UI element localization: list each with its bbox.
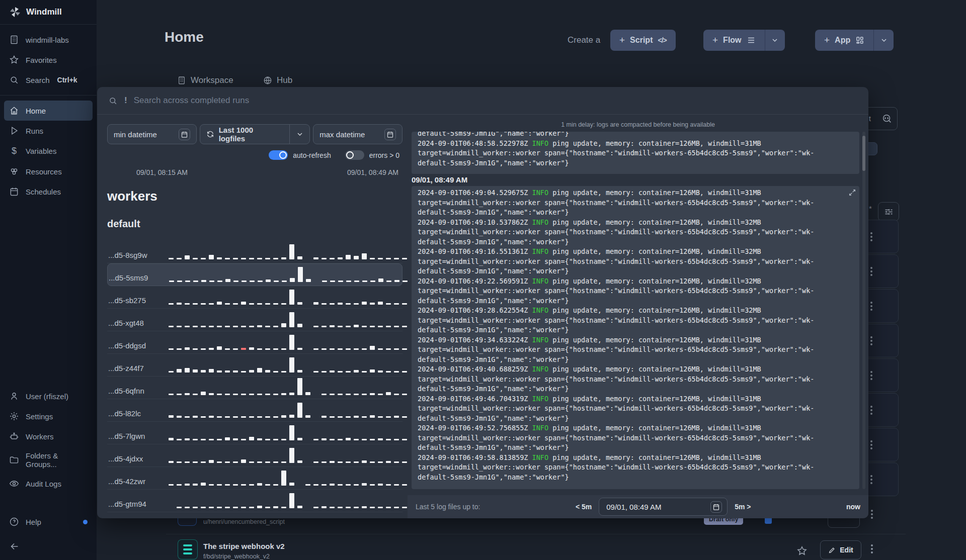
sidebar-item-settings[interactable]: Settings (4, 406, 93, 426)
footer-label: Last 5 log files up to: (416, 503, 480, 511)
row-menu-button[interactable] (870, 267, 872, 276)
app-button-label: App (835, 36, 850, 45)
log-line: default-5sms9-Jmn1G","name":"worker"} (418, 414, 853, 424)
worker-row[interactable]: ...d5-42zwr (107, 467, 403, 490)
footer-datetime-value: 09/01, 08:49 AM (606, 503, 710, 511)
item-path: f/bd/stripe_webhook_v2 (203, 553, 270, 560)
row-menu-button[interactable] (870, 232, 872, 241)
min-datetime-button[interactable]: min datetime (107, 124, 197, 144)
worker-row[interactable]: ...d5-8sg9w (107, 241, 403, 263)
collapse-sidebar-button[interactable] (0, 537, 97, 560)
globe-icon (263, 76, 272, 85)
row-menu-button[interactable] (870, 302, 872, 311)
worker-row[interactable]: ...d5-xgt48 (107, 309, 403, 331)
log-line: default-5sms9-Jmn1G","name":"worker"} (418, 237, 853, 247)
worker-name: ...d5-sb275 (108, 296, 165, 305)
sidebar-item-folders[interactable]: Folders & Groups... (4, 446, 93, 474)
log-line: 2024-09-01T06:49:34.633224Z INFO ping up… (418, 335, 853, 345)
star-icon (9, 55, 19, 65)
logfiles-select[interactable]: Last 1000 logfiles (200, 124, 310, 144)
auto-refresh-label: auto-refresh (293, 151, 331, 159)
max-datetime-button[interactable]: max datetime (313, 124, 403, 144)
sidebar-item-workspace[interactable]: windmill-labs (4, 30, 93, 50)
now-button[interactable]: now (846, 503, 860, 511)
log-line: 2024-09-01T06:49:22.569591Z INFO ping up… (418, 276, 853, 287)
worker-row[interactable]: ...d5-l82lc (107, 399, 403, 422)
worker-row[interactable]: ...d5-5sms9 (107, 263, 403, 286)
sidebar-item-help[interactable]: Help (4, 512, 93, 532)
logfiles-dropdown[interactable] (289, 125, 309, 144)
code-search-button[interactable]: t (864, 107, 898, 130)
edit-button[interactable]: Edit (820, 540, 861, 559)
sidebar-item-label: Audit Logs (26, 480, 61, 488)
brand[interactable]: Windmill (0, 0, 97, 25)
back-5m-button[interactable]: < 5m (576, 503, 592, 511)
log-line: target=windmill_worker::worker span={"ho… (418, 375, 853, 385)
layout-grid-icon (855, 36, 864, 45)
logs-search-modal: ! min datetime Last 1000 logfiles (97, 87, 868, 518)
sidebar-item-search[interactable]: Search Ctrl+k (4, 70, 93, 90)
sidebar-item-audit-logs[interactable]: Audit Logs (4, 474, 93, 494)
log-line: target=windmill_worker::worker span={"ho… (418, 198, 853, 208)
flow-dropdown-button[interactable] (765, 30, 785, 51)
plus-icon: + (824, 35, 830, 46)
search-input[interactable] (134, 96, 857, 106)
time-range-labels: 09/01, 08:15 AM 09/01, 08:49 AM (107, 168, 403, 176)
row-menu-button[interactable] (871, 510, 873, 519)
worker-name: ...d5-42zwr (108, 477, 165, 486)
worker-row[interactable]: ...d5-z44f7 (107, 354, 403, 377)
worker-row[interactable]: ...d5-6qfnn (107, 377, 403, 399)
favorite-star-button[interactable] (796, 545, 808, 556)
log-line: target=windmill_worker::worker span={"ho… (418, 227, 853, 237)
sidebar-item-label: Folders & Groups... (26, 451, 88, 469)
forward-5m-button[interactable]: 5m > (735, 503, 751, 511)
log-line: target=windmill_worker::worker span={"ho… (418, 404, 853, 414)
sidebar-item-resources[interactable]: Resources (4, 161, 93, 181)
create-flow-button[interactable]: + Flow (703, 30, 785, 51)
auto-refresh-toggle[interactable] (269, 150, 288, 160)
app-dropdown-button[interactable] (873, 30, 894, 51)
row-menu-button[interactable] (871, 544, 873, 553)
tab-workspace[interactable]: Workspace (177, 75, 233, 85)
create-app-button[interactable]: + App (815, 30, 894, 51)
filter-settings-button[interactable] (878, 202, 899, 221)
building-icon (177, 76, 186, 85)
flow-item-icon (178, 539, 198, 559)
worker-row[interactable]: ...d5-4jdxx (107, 444, 403, 467)
expand-icon[interactable] (848, 189, 856, 197)
sidebar-item-user[interactable]: User (rfiszel) (4, 386, 93, 406)
sidebar-item-label: Help (26, 518, 41, 526)
sidebar-top-group: windmill-labs Favorites Search Ctrl+k (0, 25, 97, 96)
row-menu-button[interactable] (870, 371, 872, 380)
create-script-button[interactable]: + Script </> (610, 30, 676, 51)
row-menu-button[interactable] (870, 336, 872, 345)
row-menu-button[interactable] (870, 440, 872, 449)
sidebar-item-workers[interactable]: Workers (4, 426, 93, 446)
worker-activity-sparkline (169, 353, 407, 372)
gear-icon (9, 411, 19, 421)
search-bar[interactable]: ! (97, 87, 868, 115)
log-line: target=windmill_worker::worker span={"ho… (418, 433, 853, 443)
arrow-left-icon (9, 541, 88, 552)
item-path: u/henri/unencumbered_script (203, 518, 285, 525)
row-menu-button[interactable] (870, 475, 872, 484)
sidebar-item-runs[interactable]: Runs (4, 121, 93, 141)
sidebar-item-variables[interactable]: $ Variables (4, 141, 93, 161)
log-line: default-5sms9-Jmn1G","name":"worker"} (418, 473, 853, 483)
sidebar-item-home[interactable]: Home (4, 101, 93, 121)
worker-row[interactable]: ...d5-7lgwn (107, 422, 403, 444)
tab-hub[interactable]: Hub (263, 75, 292, 85)
worker-row[interactable]: ...d5-sb275 (107, 286, 403, 309)
windmill-logo-icon (9, 6, 21, 18)
log-line: default-5sms9-Jmn1G","name":"worker"} (418, 132, 853, 139)
sidebar-item-schedules[interactable]: Schedules (4, 181, 93, 202)
worker-row[interactable]: ...d5-ddgsd (107, 331, 403, 354)
worker-row[interactable]: ...d5-gtm94 (107, 490, 403, 512)
log-scrollbar[interactable] (862, 132, 865, 489)
sliders-icon (884, 207, 894, 217)
row-menu-button[interactable] (870, 406, 872, 415)
errors-toggle[interactable] (345, 150, 364, 160)
footer-datetime-input[interactable]: 09/01, 08:49 AM (599, 498, 728, 516)
sidebar-item-label: Variables (26, 147, 56, 155)
sidebar-item-favorites[interactable]: Favorites (4, 50, 93, 70)
